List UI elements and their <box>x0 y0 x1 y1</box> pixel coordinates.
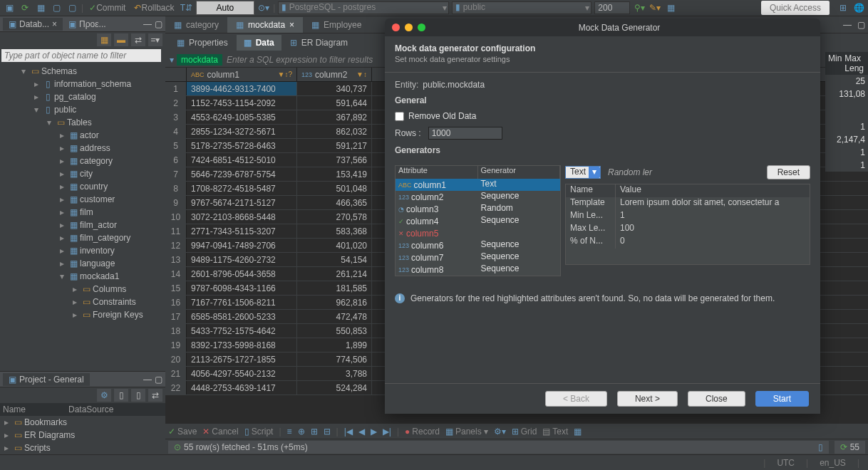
type-select[interactable]: Text▾ <box>565 166 601 179</box>
gear-icon[interactable]: ⚙▾ <box>494 427 506 437</box>
text-button[interactable]: ▤Text <box>542 427 568 437</box>
auto-mode[interactable]: Auto <box>196 1 255 15</box>
property-row[interactable]: Max Le...100 <box>566 223 810 236</box>
sql-filter-input[interactable]: Enter a SQL expression to filter results <box>222 55 377 65</box>
record-button[interactable]: ●Record <box>405 427 440 437</box>
edit-icon[interactable]: ✎▾ <box>649 1 661 14</box>
view-icon[interactable]: ▦ <box>574 427 582 437</box>
nav-folder-icon[interactable]: ▬ <box>114 33 128 46</box>
proj-paste-icon[interactable]: ▯ <box>131 389 145 402</box>
table-node[interactable]: ▸▦film_category <box>0 231 165 244</box>
next-button[interactable]: Next > <box>617 391 678 407</box>
schemas-node[interactable]: ▾▭Schemas <box>0 65 165 78</box>
next-icon[interactable]: ▶ <box>371 427 377 437</box>
table-node[interactable]: ▸▦film_actor <box>0 219 165 231</box>
schema-node[interactable]: ▸▯information_schema <box>0 78 165 90</box>
table-node[interactable]: ▸▦customer <box>0 193 165 206</box>
generator-row[interactable]: 123column2Sequence <box>396 191 560 203</box>
generator-row[interactable]: ✕column5 <box>396 227 560 239</box>
panels-button[interactable]: ▦Panels ▾ <box>445 427 488 437</box>
schema-node[interactable]: ▸▯pg_catalog <box>0 90 165 103</box>
minimize-icon[interactable]: — <box>143 375 152 385</box>
project-item[interactable]: ▸▭Scripts <box>0 442 165 454</box>
generator-row[interactable]: ✓column4Sequence <box>396 215 560 227</box>
proj-link-icon[interactable]: ⇄ <box>148 389 162 402</box>
prev-icon[interactable]: ◀ <box>358 427 365 437</box>
dialog-titlebar[interactable]: Mock Data Generator <box>385 19 820 36</box>
table-node[interactable]: ▸▦film <box>0 206 165 219</box>
project-item[interactable]: ▸▭ER Diagrams <box>0 429 165 442</box>
first-icon[interactable]: |◀ <box>344 427 353 437</box>
globe-icon[interactable]: 🌐 <box>852 1 865 14</box>
col-header-2[interactable]: 123column2▼↕ <box>297 68 372 81</box>
dup-row-icon[interactable]: ⊞ <box>311 427 318 437</box>
tab-employee[interactable]: ▦Employee <box>303 17 370 33</box>
rollback-button[interactable]: ↶Rollback <box>131 3 177 13</box>
tx2-icon[interactable]: ⊙▾ <box>257 1 270 14</box>
window-max-icon[interactable] <box>418 24 425 31</box>
last-icon[interactable]: ▶| <box>383 427 391 437</box>
table-node[interactable]: ▾▦mockada1 <box>0 270 165 283</box>
del-row-icon[interactable]: ⊟ <box>324 427 331 437</box>
tx-icon[interactable]: T⇵ <box>180 1 193 14</box>
schema-select[interactable]: ▮ public▾ <box>452 1 591 14</box>
table-node[interactable]: ▸▦actor <box>0 129 165 142</box>
window-min-icon[interactable] <box>405 24 413 31</box>
view-icon[interactable]: ▦ <box>664 1 677 14</box>
add-row-icon[interactable]: ⊕ <box>298 427 305 437</box>
filter-mode-icon[interactable]: ▾ <box>167 55 177 65</box>
commit-button[interactable]: ✓Commit <box>86 3 128 13</box>
new-conn-icon[interactable]: ▣ <box>3 1 16 14</box>
tool-icon[interactable]: ⚲▾ <box>633 1 646 14</box>
minimize-icon[interactable]: — <box>143 19 152 29</box>
sql3-icon[interactable]: ▢ <box>66 1 78 14</box>
nav-link-icon[interactable]: ⇄ <box>131 33 145 46</box>
schema-public-node[interactable]: ▾▯public <box>0 103 165 116</box>
generator-row[interactable]: 123column6Sequence <box>396 239 560 251</box>
generator-row[interactable]: ABCcolumn1Text <box>396 179 560 191</box>
table-node[interactable]: ▸▦address <box>0 142 165 155</box>
project-item[interactable]: ▸▭Bookmarks <box>0 416 165 429</box>
back-button[interactable]: < Back <box>545 391 607 407</box>
connection-select[interactable]: ▮ PostgreSQL - postgres▾ <box>278 1 449 14</box>
perspective-icon[interactable]: ⊞ <box>837 1 849 14</box>
remove-old-checkbox[interactable] <box>395 112 404 121</box>
subtab-data[interactable]: ▦Data <box>237 35 281 51</box>
maximize-icon[interactable]: ▢ <box>155 375 162 385</box>
property-row[interactable]: TemplateLorem ipsum dolor sit amet, cons… <box>566 197 810 210</box>
grid-button[interactable]: ⊞Grid <box>512 427 537 437</box>
tab-category[interactable]: ▦category <box>165 17 227 33</box>
cancel-button[interactable]: ✕Cancel <box>202 427 238 437</box>
close-icon[interactable]: × <box>52 19 57 29</box>
nav-home-icon[interactable]: ▦ <box>97 33 111 46</box>
table-child-node[interactable]: ▸▭Foreign Keys <box>0 308 165 321</box>
table-child-node[interactable]: ▸▭Constraints <box>0 296 165 308</box>
table-node[interactable]: ▸▦city <box>0 167 165 180</box>
generator-row[interactable]: 123column7Sequence <box>396 251 560 263</box>
table-node[interactable]: ▸▦language <box>0 257 165 270</box>
tab-min-icon[interactable]: — <box>840 17 854 33</box>
maximize-icon[interactable]: ▢ <box>155 19 162 29</box>
col-header-1[interactable]: ABCcolumn1▼↕? <box>187 68 297 81</box>
sql-icon[interactable]: ▦ <box>34 1 47 14</box>
tab-max-icon[interactable]: ▢ <box>854 17 868 33</box>
database-tab[interactable]: ▣Datab... × <box>3 18 63 31</box>
tables-node[interactable]: ▾▭Tables <box>0 116 165 129</box>
table-child-node[interactable]: ▸▭Columns <box>0 283 165 296</box>
project-tab[interactable]: ▣Project - General <box>3 373 90 386</box>
table-node[interactable]: ▸▦inventory <box>0 244 165 257</box>
close-icon[interactable]: × <box>289 20 294 30</box>
refresh-icon[interactable]: ⟳ <box>19 1 31 14</box>
reset-button[interactable]: Reset <box>767 165 810 179</box>
table-node[interactable]: ▸▦category <box>0 155 165 167</box>
close-button[interactable]: Close <box>688 391 745 407</box>
proj-conf-icon[interactable]: ⚙ <box>97 389 111 402</box>
nav-filter-input[interactable] <box>1 49 161 62</box>
subtab-er[interactable]: ⊞ER Diagram <box>283 35 355 51</box>
generator-row[interactable]: 123column8Sequence <box>396 263 560 276</box>
proj-copy-icon[interactable]: ▯ <box>114 389 128 402</box>
window-close-icon[interactable] <box>392 24 400 31</box>
nav-more-icon[interactable]: =▾ <box>148 33 162 46</box>
quick-access-button[interactable]: Quick Access <box>761 1 830 15</box>
rows-input[interactable] <box>428 127 502 140</box>
